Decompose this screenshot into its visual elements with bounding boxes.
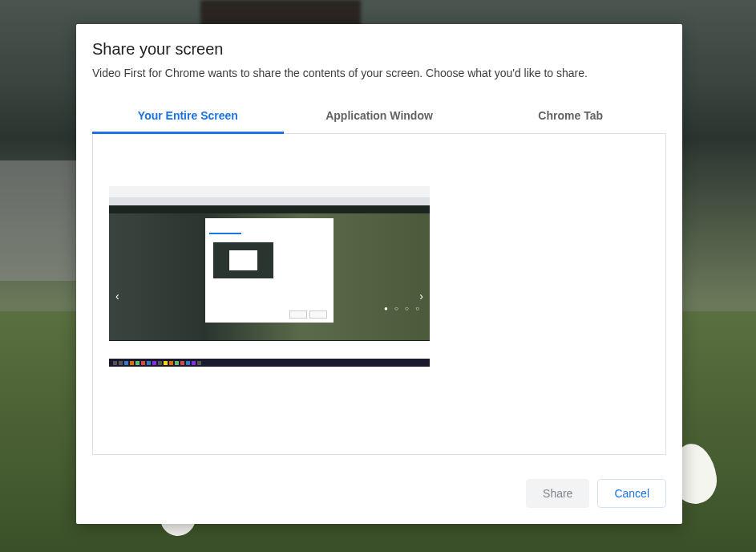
thumb-task-icon (124, 361, 128, 365)
tab-row: Your Entire Screen Application Window Ch… (92, 99, 666, 134)
share-button[interactable]: Share (526, 479, 589, 508)
thumb-carousel-next-icon: › (419, 290, 423, 302)
thumb-task-icon (119, 361, 123, 365)
tab-chrome-tab[interactable]: Chrome Tab (475, 99, 666, 134)
thumb-page-gap (109, 341, 430, 359)
thumb-task-icon (113, 361, 117, 365)
thumb-task-icon (147, 361, 151, 365)
thumb-task-icon (192, 361, 196, 365)
thumb-task-icon (130, 361, 134, 365)
thumb-nested-dialog (205, 218, 334, 323)
thumb-nested-btn (309, 310, 327, 319)
thumb-task-icon (158, 361, 162, 365)
thumb-task-icon (152, 361, 156, 365)
thumb-browser-tabs (109, 186, 430, 197)
thumb-task-icon (164, 361, 168, 365)
thumb-task-icon (186, 361, 190, 365)
content-panel: ‹ › ● ○ ○ ○ (92, 134, 666, 455)
tab-application-window[interactable]: Application Window (284, 99, 475, 134)
screen-thumbnail[interactable]: ‹ › ● ○ ○ ○ (109, 186, 430, 367)
thumb-task-icon (135, 361, 139, 365)
thumb-nested-active-tab (209, 233, 241, 234)
thumb-address-bar (109, 197, 430, 205)
thumb-page-header (109, 205, 430, 213)
dialog-subtitle: Video First for Chrome wants to share th… (92, 67, 666, 79)
thumb-nested-buttons (289, 310, 329, 319)
dialog-button-row: Share Cancel (526, 479, 666, 508)
thumb-task-icon (141, 361, 145, 365)
dialog-title: Share your screen (92, 40, 666, 59)
tab-entire-screen[interactable]: Your Entire Screen (92, 99, 284, 134)
thumb-carousel-dots: ● ○ ○ ○ (384, 305, 422, 312)
thumb-nested-btn (289, 310, 307, 319)
thumb-carousel-prev-icon: ‹ (115, 290, 119, 302)
share-screen-dialog: Share your screen Video First for Chrome… (76, 24, 682, 524)
thumb-task-icon (169, 361, 173, 365)
thumb-task-icon (175, 361, 179, 365)
thumb-task-icon (197, 361, 201, 365)
thumb-task-icon (180, 361, 184, 365)
cancel-button[interactable]: Cancel (597, 479, 666, 508)
thumb-nested-thumbnail (213, 242, 273, 278)
thumb-nested-inner (229, 250, 257, 270)
background-bridge (0, 160, 76, 281)
thumb-taskbar (109, 359, 430, 367)
